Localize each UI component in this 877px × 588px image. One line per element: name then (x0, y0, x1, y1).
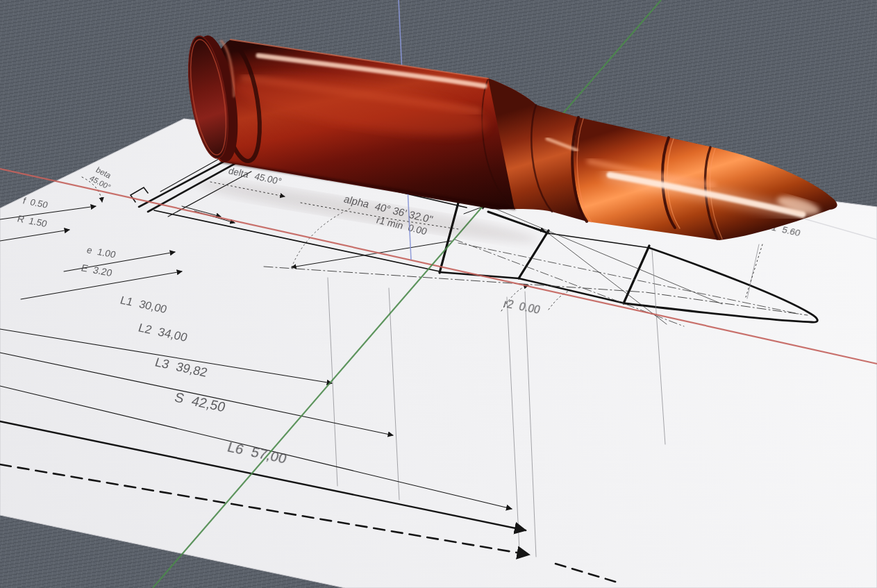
cad-3d-viewport[interactable]: beta 45.00° delta45.00° alpha40° 36' 32.… (0, 0, 877, 588)
scene-canvas: beta 45.00° delta45.00° alpha40° 36' 32.… (0, 0, 877, 588)
